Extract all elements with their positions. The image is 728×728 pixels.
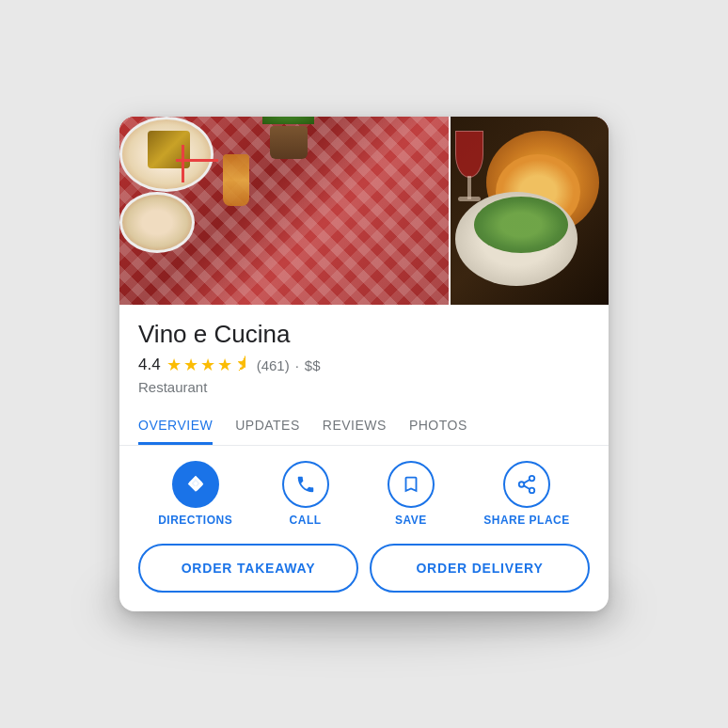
share-label: SHARE PLACE [483,514,570,527]
star-4: ★ [217,355,232,375]
salad-plate [455,192,578,286]
svg-point-2 [530,488,535,494]
call-button[interactable]: CALL [273,461,339,527]
order-delivery-button[interactable]: ORDER DELIVERY [370,544,590,593]
save-label: SAVE [395,514,427,527]
rating-row: 4.4 ★ ★ ★ ★ ⯨ (461) · $$ [138,355,590,375]
call-label: CALL [290,514,322,527]
call-icon [295,474,316,495]
directions-button[interactable]: DIRECTIONS [158,461,232,527]
tab-updates[interactable]: UPDATES [235,408,300,445]
save-button[interactable]: SAVE [378,461,444,527]
svg-point-1 [519,482,525,487]
directions-icon-circle [172,461,219,508]
photo-grid[interactable] [119,117,609,305]
restaurant-name: Vino e Cucina [138,320,590,349]
share-button[interactable]: SHARE PLACE [483,461,570,527]
rating-number: 4.4 [138,356,161,374]
bottom-buttons: ORDER TAKEAWAY ORDER DELIVERY [119,544,609,611]
tab-reviews[interactable]: REVIEWS [323,408,387,445]
svg-point-0 [530,476,535,482]
tab-photos[interactable]: PHOTOS [409,408,467,445]
wine-glass-bowl [455,131,483,178]
rating-count: (461) [257,357,290,373]
gift-box [148,131,190,168]
star-5: ⯨ [234,355,251,375]
plant [262,117,314,124]
share-icon [516,474,537,495]
photo-left[interactable] [119,117,449,305]
directions-icon [185,474,206,495]
tab-overview[interactable]: OVERVIEW [138,408,213,445]
food-plate-secondary [119,192,195,253]
action-buttons: DIRECTIONS CALL [138,446,590,544]
category: Restaurant [138,379,590,395]
share-icon-circle [503,461,550,508]
price-level: · [295,357,299,373]
save-icon-circle [388,461,435,508]
star-2: ★ [183,355,198,375]
salad-greens [474,197,568,253]
drink-glass [223,154,249,206]
card-content: Vino e Cucina 4.4 ★ ★ ★ ★ ⯨ (461) · $$ R… [119,305,609,544]
svg-line-3 [524,485,530,489]
svg-line-4 [524,480,530,483]
wine-glass-base [458,197,481,201]
restaurant-card: Vino e Cucina 4.4 ★ ★ ★ ★ ⯨ (461) · $$ R… [119,117,609,611]
star-1: ★ [166,355,182,375]
save-icon [401,474,421,495]
star-3: ★ [200,355,215,375]
plant-pot [270,126,308,159]
stars: ★ ★ ★ ★ ⯨ [166,355,251,375]
order-takeaway-button[interactable]: ORDER TAKEAWAY [138,544,358,593]
tabs: OVERVIEW UPDATES REVIEWS PHOTOS [119,408,609,446]
directions-label: DIRECTIONS [158,514,232,527]
card-wrapper: Vino e Cucina 4.4 ★ ★ ★ ★ ⯨ (461) · $$ R… [119,117,609,611]
photo-right[interactable] [449,117,609,305]
call-icon-circle [282,461,329,508]
price-level-value: $$ [305,357,321,373]
